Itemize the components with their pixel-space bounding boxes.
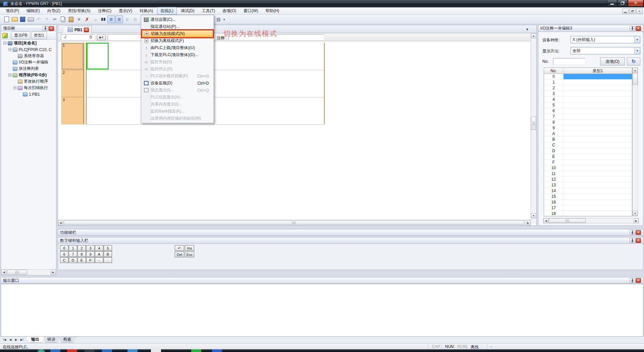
- chevron-down-icon[interactable]: ▼: [634, 47, 640, 54]
- tree-node-scan-exec[interactable]: 每次扫描执行: [1, 85, 56, 91]
- taskbar-app-icon[interactable]: [151, 349, 161, 352]
- scroll-left-button[interactable]: ◀: [58, 220, 63, 225]
- io-row-1[interactable]: 1: [544, 80, 632, 85]
- io-row-3[interactable]: 3: [544, 91, 632, 97]
- key-2[interactable]: 2: [77, 245, 86, 251]
- io-panel-close-button[interactable]: ×: [636, 26, 641, 31]
- io-row-9[interactable]: 9: [544, 125, 632, 131]
- expander-icon[interactable]: [8, 74, 11, 77]
- menubar-item-13[interactable]: 帮助(H): [262, 7, 283, 15]
- scroll-down-button[interactable]: ▼: [531, 213, 536, 218]
- close-button[interactable]: ✕: [628, 0, 643, 6]
- io-row-comment[interactable]: [564, 160, 632, 165]
- taskbar-app-icon[interactable]: [102, 349, 112, 352]
- options-button[interactable]: 选项(O): [600, 57, 625, 65]
- new-toolbar-icon[interactable]: [3, 15, 10, 23]
- key-3[interactable]: 3: [86, 245, 95, 251]
- mdi-close-button[interactable]: ×: [636, 8, 643, 14]
- key-enter[interactable]: ↵: [175, 245, 184, 251]
- io-row-18[interactable]: 18: [544, 211, 632, 217]
- menubar-item-3[interactable]: 向导(Z): [44, 7, 64, 15]
- io-row-comment[interactable]: [564, 85, 632, 91]
- scroll-right-button[interactable]: ▶: [51, 270, 56, 275]
- minimize-button[interactable]: [607, 0, 617, 6]
- io-row-comment[interactable]: [564, 148, 632, 153]
- key-ins[interactable]: Ins: [185, 245, 194, 251]
- io-row-17[interactable]: 17: [544, 205, 632, 211]
- key-del[interactable]: Del: [175, 252, 184, 257]
- io-row-comment[interactable]: [564, 97, 632, 102]
- tab-last-button[interactable]: ▶Ⅰ: [19, 337, 24, 342]
- ladder-row-1[interactable]: 1: [61, 43, 84, 70]
- taskbar-app-icon[interactable]: [127, 349, 138, 352]
- io-row-0[interactable]: 0: [544, 74, 632, 80]
- io-row-B[interactable]: B: [544, 137, 632, 142]
- tab-pb1[interactable]: PB1 ✕: [62, 26, 92, 33]
- bottom-tab-2[interactable]: 错误: [42, 337, 60, 343]
- tree-node-pb1[interactable]: 1:PB1: [1, 91, 56, 97]
- io-row-6[interactable]: 6: [544, 108, 632, 114]
- mdi-restore-button[interactable]: [629, 8, 636, 14]
- io-row-comment[interactable]: [564, 131, 632, 136]
- io-row-A[interactable]: A: [544, 131, 632, 137]
- refresh-button[interactable]: ↻: [627, 57, 640, 65]
- toolbar-caret-icon[interactable]: ▾: [223, 18, 225, 21]
- io-row-comment[interactable]: [564, 108, 632, 114]
- start-button[interactable]: [38, 349, 45, 352]
- key--[interactable]: -: [95, 257, 103, 263]
- menubar-item-2[interactable]: 编辑(E): [23, 7, 43, 15]
- editor-h-scrollbar[interactable]: ◀ ▶: [58, 220, 531, 225]
- taskbar-app-icon[interactable]: [67, 349, 77, 352]
- tab-first-button[interactable]: Ⅰ◀: [2, 337, 7, 342]
- show-pb-button[interactable]: 显示PB: [11, 32, 30, 39]
- tab-next-button[interactable]: ▶: [13, 337, 19, 342]
- expander-icon[interactable]: [3, 42, 6, 45]
- tree-node-program-block[interactable]: 程序块(PB-0步): [1, 72, 56, 78]
- scroll-up-button[interactable]: ▲: [531, 33, 536, 38]
- type1-button[interactable]: 类型1: [31, 32, 47, 39]
- comment-display-toolbar-icon[interactable]: [115, 15, 123, 23]
- io-row-comment[interactable]: [564, 137, 632, 142]
- scroll-thumb[interactable]: [64, 220, 524, 225]
- io-row-comment[interactable]: [564, 142, 632, 148]
- io-row-11[interactable]: 11: [544, 171, 632, 177]
- ladder-row-2[interactable]: 2: [61, 70, 84, 97]
- io-row-comment[interactable]: [564, 182, 632, 188]
- menubar-item-10[interactable]: 工具(T): [199, 7, 218, 15]
- io-row-13[interactable]: 13: [544, 182, 632, 188]
- io-row-7[interactable]: 7: [544, 114, 632, 120]
- key-5[interactable]: 5: [104, 245, 112, 251]
- io-row-4[interactable]: 4: [544, 97, 632, 102]
- key-D[interactable]: D: [69, 257, 77, 263]
- io-row-comment[interactable]: [564, 177, 632, 182]
- copy-toolbar-icon[interactable]: [59, 15, 67, 23]
- key-7[interactable]: 7: [69, 251, 77, 257]
- menubar-item-8[interactable]: 在线(L): [157, 7, 177, 15]
- io-row-comment[interactable]: [564, 91, 632, 96]
- display-method-select[interactable]: 全部 ▼: [571, 47, 640, 54]
- jump-toolbar-icon[interactable]: [91, 15, 99, 23]
- restore-button[interactable]: [618, 0, 628, 6]
- menubar-item-1[interactable]: 项目(P): [2, 7, 22, 15]
- key-8[interactable]: 8: [77, 251, 86, 257]
- find-toolbar-icon[interactable]: [99, 15, 107, 23]
- io-row-comment[interactable]: [564, 194, 632, 199]
- key-9[interactable]: 9: [86, 251, 95, 257]
- comment-edit-toolbar-icon[interactable]: [107, 15, 115, 23]
- menu-item-download-to-plc[interactable]: 下载至PLC(项目整体)(D)...: [142, 51, 213, 58]
- tree-node-plc[interactable]: PLC[FP0R C10, C: [1, 46, 56, 53]
- taskbar-app-icon[interactable]: [85, 349, 95, 352]
- paste-toolbar-icon[interactable]: [67, 15, 75, 23]
- output-pin-button[interactable]: [630, 278, 635, 283]
- io-row-comment[interactable]: [564, 74, 632, 79]
- menu-item-comm-settings[interactable]: 通信设置(C)...: [142, 16, 213, 23]
- ladder-selection-cursor[interactable]: [87, 43, 109, 70]
- io-row-comment[interactable]: [564, 188, 632, 193]
- menu-item-specify-station[interactable]: 指定通信站(P)...: [142, 23, 213, 30]
- tree-node-project-root[interactable]: 项目[未命名]: [1, 40, 56, 46]
- key-C[interactable]: C: [60, 257, 68, 263]
- key-.[interactable]: .: [104, 257, 112, 263]
- menu-item-upload-from-plc[interactable]: 由PLC上载(项目整体)(U): [142, 44, 213, 51]
- tab-list-caret-icon[interactable]: ▼: [526, 28, 529, 31]
- io-row-comment[interactable]: [564, 171, 632, 176]
